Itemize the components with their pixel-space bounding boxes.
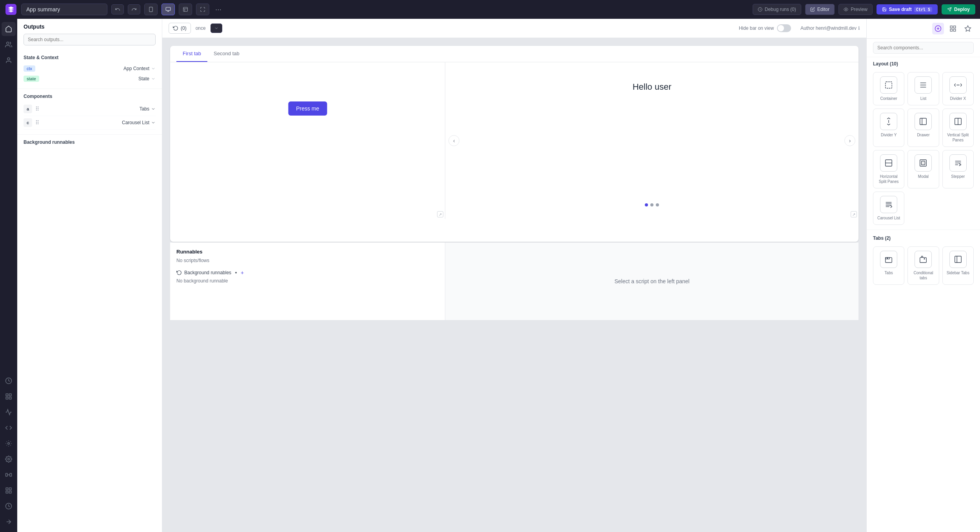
hello-text-content: Hello user	[633, 82, 671, 92]
info-icon[interactable]: ℹ	[858, 25, 860, 31]
right-panel-tabs	[867, 19, 980, 39]
component-drawer[interactable]: Drawer	[907, 109, 939, 147]
sidebar-runs-icon[interactable]	[2, 374, 16, 388]
save-draft-button[interactable]: Save draft Ctrl S	[877, 4, 938, 14]
author-info: Author henri@windmill.dev ℹ	[800, 25, 860, 31]
more-options-button[interactable]: ⋯	[213, 4, 223, 15]
stepper-icon	[949, 154, 967, 172]
sidebar-home-icon[interactable]	[2, 22, 16, 36]
divider-y-icon	[880, 113, 897, 130]
component-container[interactable]: Container	[873, 72, 904, 105]
component-carousel-list[interactable]: Carousel List	[873, 192, 904, 225]
redo-button[interactable]	[128, 4, 140, 14]
tab-left-pane: Press me ↗	[170, 62, 445, 219]
tab-second[interactable]: Second tab	[207, 46, 246, 62]
ctx-value-btn[interactable]: App Context	[123, 66, 156, 71]
comp-c-type-text: Carousel List	[122, 120, 149, 125]
run-button[interactable]: (0)	[169, 23, 191, 34]
dot-2[interactable]	[650, 203, 653, 206]
runnables-right: Select a script on the left panel	[445, 242, 858, 320]
tab-right-pane: ‹ Hello user › ↗	[445, 62, 858, 219]
sidebar-clock-icon[interactable]	[2, 499, 16, 513]
carousel-nav-right[interactable]: ›	[844, 135, 855, 146]
toggle-thumb	[778, 25, 784, 31]
vertical-split-icon	[949, 113, 967, 130]
svg-rect-16	[9, 488, 11, 490]
comp-c-drag-handle[interactable]: ⠿	[35, 119, 39, 126]
state-context-section: State & Context ctx App Context state	[17, 50, 162, 89]
comp-a-type-btn[interactable]: Tabs	[140, 106, 156, 112]
deploy-button[interactable]: Deploy	[942, 4, 975, 14]
sidebar-integrations-icon[interactable]	[2, 468, 16, 482]
components-search-input[interactable]	[873, 42, 974, 54]
fullscreen-button[interactable]	[196, 4, 209, 15]
sidebar-scripts-icon[interactable]	[2, 421, 16, 435]
outputs-section: Outputs	[17, 19, 162, 50]
sidebar-apps-icon[interactable]	[2, 389, 16, 404]
tabs-section-title: Tabs (2)	[867, 232, 980, 243]
right-tab-shapes-icon[interactable]	[962, 23, 974, 34]
carousel-nav-left[interactable]: ‹	[448, 135, 459, 146]
component-sidebar-tabs[interactable]: Sidebar Tabs	[942, 246, 974, 285]
component-vertical-split[interactable]: Vertical Split Panes	[942, 109, 974, 147]
layout-section-title: Layout (10)	[867, 57, 980, 69]
editor-label: Editor	[817, 7, 829, 12]
state-value-btn[interactable]: State	[138, 76, 156, 81]
hide-bar-toggle[interactable]	[777, 24, 791, 32]
comp-a-drag-handle[interactable]: ⠿	[35, 106, 39, 112]
component-horizontal-split[interactable]: Horizontal Split Panes	[873, 150, 904, 188]
right-tab-icons	[932, 23, 974, 34]
sidebar-resources-icon[interactable]	[2, 436, 16, 451]
run-dropdown-btn[interactable]	[211, 24, 222, 33]
add-bg-runnable-btn[interactable]: +	[241, 270, 244, 276]
outputs-search-input[interactable]	[24, 34, 156, 45]
ctx-left-group: ctx	[24, 65, 38, 72]
press-me-button[interactable]: Press me	[288, 101, 327, 116]
outputs-title: Outputs	[24, 24, 156, 30]
right-tab-add-icon[interactable]	[932, 23, 944, 34]
sidebar-users-icon[interactable]	[2, 38, 16, 52]
right-tab-grid-icon[interactable]	[947, 23, 959, 34]
comp-c-type-btn[interactable]: Carousel List	[122, 120, 156, 125]
resize-handle-right[interactable]: ↗	[851, 211, 857, 217]
component-divider-y[interactable]: Divider Y	[873, 109, 904, 147]
component-tabs[interactable]: Tabs	[873, 246, 904, 285]
ctx-value-text: App Context	[123, 66, 149, 71]
divider-y-label: Divider Y	[881, 132, 897, 138]
hello-text: Hello user	[633, 82, 671, 92]
svg-rect-23	[954, 26, 956, 28]
container-icon	[880, 76, 897, 94]
component-conditional-tabs[interactable]: Conditional tabs	[907, 246, 939, 285]
windmill-logo	[5, 4, 16, 15]
component-modal[interactable]: Modal	[907, 150, 939, 188]
mobile-view-button[interactable]	[144, 4, 158, 15]
icon-sidebar	[0, 19, 17, 532]
sidebar-arrow-icon[interactable]	[2, 515, 16, 529]
layout-view-button[interactable]	[179, 4, 192, 15]
divider-x-label: Divider X	[950, 96, 966, 101]
sidebar-grid-icon[interactable]	[2, 483, 16, 498]
sidebar-flows-icon[interactable]	[2, 405, 16, 419]
desktop-view-button[interactable]	[162, 4, 175, 15]
dot-3[interactable]	[656, 203, 659, 206]
app-title-input[interactable]	[21, 4, 107, 15]
resize-handle-left[interactable]: ↗	[437, 211, 443, 217]
component-stepper[interactable]: Stepper	[942, 150, 974, 188]
sidebar-person-icon[interactable]	[2, 53, 16, 67]
sidebar-settings-icon[interactable]	[2, 452, 16, 466]
debug-runs-button[interactable]: Debug runs (0)	[753, 4, 801, 15]
editor-button[interactable]: Editor	[805, 4, 835, 15]
conditional-tabs-label: Conditional tabs	[910, 270, 936, 280]
component-list[interactable]: List	[907, 72, 939, 105]
list-label: List	[920, 96, 927, 101]
component-divider-x[interactable]: Divider X	[942, 72, 974, 105]
bg-runnables-run-title: Background runnables +	[176, 270, 439, 276]
comp-a-type-text: Tabs	[140, 106, 149, 112]
save-shortcut: Ctrl S	[914, 7, 932, 12]
dot-1[interactable]	[645, 203, 648, 206]
components-section: Components a ⠿ Tabs c ⠿	[17, 89, 162, 134]
conditional-tabs-icon	[915, 251, 932, 268]
preview-button[interactable]: Preview	[838, 4, 873, 15]
undo-button[interactable]	[111, 4, 124, 14]
tab-first[interactable]: First tab	[176, 46, 207, 62]
